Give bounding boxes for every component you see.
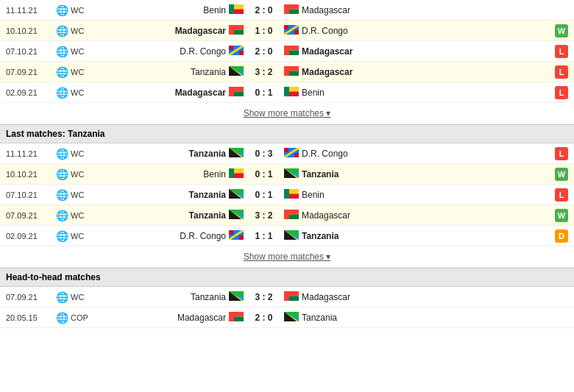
match-row: 07.09.21🌐WCTanzania 3 : 2 Madagascar [0,287,574,307]
svg-rect-57 [284,189,289,199]
globe-icon: 🌐 [56,168,68,180]
match-date: 02.09.21 [6,232,56,240]
competition-col: 🌐COP [56,312,100,324]
away-team-flag [284,4,299,16]
home-team-flag [229,148,244,160]
home-team-col: Benin [100,168,244,180]
row-right: L [552,45,568,58]
away-team-name: Tanzania [302,169,339,179]
away-team-col: Benin [284,87,428,99]
svg-rect-37 [289,91,299,96]
globe-icon: 🌐 [56,312,68,324]
away-team-col: D.R. Congo [284,25,428,37]
home-team-name: Madagascar [175,26,226,36]
svg-rect-87 [234,316,244,321]
home-team-flag [229,168,244,180]
home-team-name: Tanzania [189,210,226,221]
competition-col: 🌐WC [56,148,100,160]
home-team-col: D.R. Congo [100,230,244,242]
row-right: L [552,188,568,202]
match-date: 11.11.21 [6,149,56,158]
match-row: 07.10.21🌐WCTanzania 0 : 1 BeninL [0,185,574,205]
away-team-name: Madagascar [302,292,350,302]
home-team-name: D.R. Congo [180,46,226,57]
show-more-label[interactable]: Show more matches ▾ [244,108,331,118]
svg-rect-82 [289,291,299,296]
home-team-flag [229,25,244,37]
home-team-name: Tanzania [191,292,226,302]
globe-icon: 🌐 [56,4,68,16]
competition-label: WC [71,170,84,179]
away-team-col: Benin [284,189,428,201]
match-row: 10.10.21🌐WCMadagascar 1 : 0 D.R. CongoW [0,21,574,41]
row-right: W [552,24,568,38]
svg-rect-0 [229,4,234,14]
home-team-name: Madagascar [175,88,226,98]
show-more-button[interactable]: Show more matches ▾ [0,103,574,124]
competition-label: WC [71,149,84,158]
away-team-flag [284,189,299,201]
match-date: 07.09.21 [6,68,56,76]
svg-rect-2 [234,9,244,14]
match-score: 0 : 3 [244,149,284,159]
app-container: 11.11.21🌐WCBenin 2 : 0 Madagascar10.10.2… [0,0,574,328]
competition-label: WC [71,47,84,56]
home-team-flag [229,46,244,57]
result-badge: D [555,229,568,243]
away-team-col: Tanzania [284,168,428,180]
match-score: 1 : 0 [244,26,284,36]
away-team-name: Benin [302,190,325,200]
home-team-flag [229,189,244,201]
competition-col: 🌐WC [56,66,100,78]
competition-label: COP [71,313,88,322]
away-team-flag [284,66,299,78]
svg-rect-46 [229,168,234,178]
result-badge: L [555,65,568,79]
svg-rect-13 [284,25,288,29]
home-team-name: Tanzania [189,190,226,200]
competition-label: WC [71,68,84,76]
home-team-col: Tanzania [100,148,244,160]
away-team-name: Madagascar [302,67,352,77]
row-right: L [552,65,568,79]
match-score: 0 : 1 [244,169,284,179]
result-badge: L [555,45,568,58]
competition-col: 🌐WC [56,46,100,57]
row-right: L [552,86,568,99]
competition-col: 🌐WC [56,291,100,303]
svg-rect-28 [284,66,289,76]
svg-rect-58 [289,189,299,194]
away-team-flag [284,87,299,99]
match-score: 2 : 0 [244,46,284,57]
competition-label: WC [71,293,84,302]
globe-icon: 🌐 [56,189,68,201]
match-row: 10.10.21🌐WCBenin 0 : 1 TanzaniaW [0,164,574,185]
home-team-name: Benin [203,169,226,179]
result-badge: L [555,147,568,160]
section-header-last-tanzania: Last matches: Tanzania [0,124,574,143]
match-date: 10.10.21 [6,26,56,35]
svg-rect-47 [234,168,244,174]
away-team-col: Madagascar [284,46,428,57]
match-date: 07.09.21 [6,293,56,302]
row-right: W [552,209,568,222]
match-date: 10.10.21 [6,170,56,179]
match-date: 07.09.21 [6,211,56,220]
svg-rect-45 [294,153,299,157]
away-team-flag [284,168,299,180]
svg-rect-70 [229,230,233,235]
competition-col: 🌐WC [56,189,100,201]
competition-col: 🌐WC [56,87,100,99]
svg-rect-86 [234,312,244,317]
svg-rect-1 [234,4,244,10]
result-badge: L [555,86,568,99]
home-team-col: Benin [100,4,244,16]
show-more-button[interactable]: Show more matches ▾ [0,246,574,268]
match-row: 02.09.21🌐WCD.R. Congo 1 : 1 TanzaniaD [0,226,574,246]
show-more-label[interactable]: Show more matches ▾ [244,252,331,262]
competition-col: 🌐WC [56,210,100,221]
match-row: 07.09.21🌐WCTanzania 3 : 2 MadagascarL [0,62,574,82]
result-badge: L [555,188,568,202]
match-row: 02.09.21🌐WCMadagascar 0 : 1 BeninL [0,82,574,103]
away-team-flag [284,148,299,160]
